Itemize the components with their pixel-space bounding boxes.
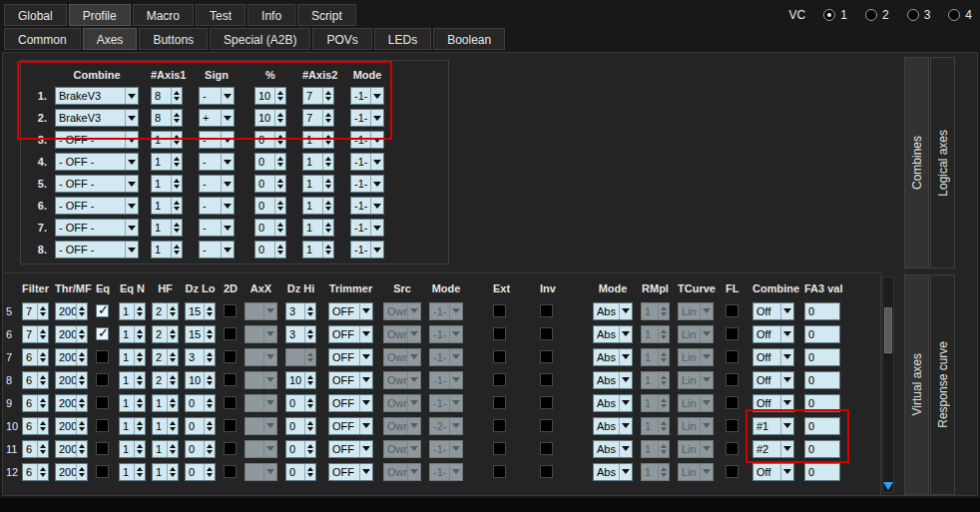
spinner-arrows-icon[interactable] xyxy=(304,395,315,411)
spinner-arrows-icon[interactable] xyxy=(37,441,48,457)
inv-checkbox[interactable] xyxy=(540,419,553,432)
thrmf-spinner[interactable]: 200 xyxy=(55,302,88,320)
spinner-arrows-icon[interactable] xyxy=(171,198,182,214)
eq-checkbox[interactable] xyxy=(96,373,109,386)
axis-mode-dropdown[interactable]: Abs xyxy=(593,394,633,412)
spinner-arrows-icon[interactable] xyxy=(171,110,182,126)
spinner-arrows-icon[interactable] xyxy=(76,326,87,342)
axis1-spinner[interactable]: 1 xyxy=(151,219,183,237)
filter-spinner[interactable]: 7 xyxy=(22,325,49,343)
tab-macro[interactable]: Macro xyxy=(133,4,194,26)
ext-checkbox[interactable] xyxy=(493,304,506,317)
dzlo-spinner[interactable]: 10 xyxy=(185,371,216,389)
axis-mode-dropdown[interactable]: Abs xyxy=(593,417,633,435)
vc-option-2[interactable]: 2 xyxy=(865,8,889,22)
tab-script[interactable]: Script xyxy=(297,4,356,26)
filter-spinner[interactable]: 7 xyxy=(22,302,49,320)
ext-checkbox[interactable] xyxy=(493,465,506,478)
combine-assign-dropdown[interactable]: #1 xyxy=(752,417,794,435)
hf-spinner[interactable]: 2 xyxy=(152,371,179,389)
ext-checkbox[interactable] xyxy=(493,442,506,455)
filter-spinner[interactable]: 6 xyxy=(22,371,49,389)
fl-checkbox[interactable] xyxy=(726,396,738,409)
hf-spinner[interactable]: 1 xyxy=(152,463,179,481)
radio-button-icon[interactable] xyxy=(823,9,835,21)
dzlo-spinner[interactable]: 0 xyxy=(185,394,216,412)
fl-checkbox[interactable] xyxy=(726,442,738,455)
inv-checkbox[interactable] xyxy=(540,442,553,455)
spinner-arrows-icon[interactable] xyxy=(304,326,315,342)
eqn-spinner[interactable]: 1 xyxy=(119,325,146,343)
dzlo-spinner[interactable]: 0 xyxy=(185,417,216,435)
trimmer-dropdown[interactable]: OFF xyxy=(328,371,373,389)
axis2-spinner[interactable]: 1 xyxy=(302,197,334,215)
percent-spinner[interactable]: 10 xyxy=(254,87,286,105)
filter-spinner[interactable]: 6 xyxy=(22,440,49,458)
radio-button-icon[interactable] xyxy=(948,9,960,21)
axis2-spinner[interactable]: 7 xyxy=(302,87,334,105)
fa3-val-field[interactable]: 0 xyxy=(804,440,840,458)
dzlo-spinner[interactable]: 15 xyxy=(185,302,216,320)
sign-dropdown[interactable]: - xyxy=(199,87,235,105)
hf-spinner[interactable]: 1 xyxy=(152,440,179,458)
tab-common[interactable]: Common xyxy=(4,28,81,50)
vc-option-1[interactable]: 1 xyxy=(823,8,847,22)
fa3-val-field[interactable]: 0 xyxy=(804,302,840,320)
spinner-arrows-icon[interactable] xyxy=(304,464,315,480)
ext-checkbox[interactable] xyxy=(493,373,506,386)
combine-mode-dropdown[interactable]: -1- xyxy=(350,175,384,193)
inv-checkbox[interactable] xyxy=(540,465,553,478)
side-tab-virtual-axes[interactable]: Virtual axes xyxy=(904,274,929,495)
spinner-arrows-icon[interactable] xyxy=(304,418,315,434)
spinner-arrows-icon[interactable] xyxy=(204,303,215,319)
combine-source-dropdown[interactable]: - OFF - xyxy=(55,197,139,215)
trimmer-dropdown[interactable]: OFF xyxy=(328,394,373,412)
vc-option-4[interactable]: 4 xyxy=(948,8,972,22)
tab-profile[interactable]: Profile xyxy=(69,4,131,26)
spinner-arrows-icon[interactable] xyxy=(204,326,215,342)
side-tab-logical-axes[interactable]: Logical axes xyxy=(930,57,955,268)
inv-checkbox[interactable] xyxy=(540,327,553,340)
percent-spinner[interactable]: 0 xyxy=(254,131,286,149)
fa3-val-field[interactable]: 0 xyxy=(804,394,840,412)
dzhi-spinner[interactable]: 0 xyxy=(285,463,316,481)
fa3-val-field[interactable]: 0 xyxy=(804,325,840,343)
spinner-arrows-icon[interactable] xyxy=(76,395,87,411)
spinner-arrows-icon[interactable] xyxy=(274,176,285,192)
combine-source-dropdown[interactable]: - OFF - xyxy=(55,153,139,171)
sign-dropdown[interactable]: - xyxy=(199,131,235,149)
spinner-arrows-icon[interactable] xyxy=(167,441,178,457)
spinner-arrows-icon[interactable] xyxy=(171,220,182,236)
percent-spinner[interactable]: 0 xyxy=(254,153,286,171)
spinner-arrows-icon[interactable] xyxy=(171,154,182,170)
spinner-arrows-icon[interactable] xyxy=(171,176,182,192)
spinner-arrows-icon[interactable] xyxy=(274,110,285,126)
spinner-arrows-icon[interactable] xyxy=(304,349,315,365)
spinner-arrows-icon[interactable] xyxy=(167,303,178,319)
percent-spinner[interactable]: 0 xyxy=(254,219,286,237)
spinner-arrows-icon[interactable] xyxy=(167,349,178,365)
hf-spinner[interactable]: 2 xyxy=(152,348,179,366)
sign-dropdown[interactable]: - xyxy=(199,153,235,171)
dzlo-spinner[interactable]: 0 xyxy=(185,440,216,458)
fl-checkbox[interactable] xyxy=(726,373,738,386)
spinner-arrows-icon[interactable] xyxy=(304,303,315,319)
hf-spinner[interactable]: 2 xyxy=(152,325,179,343)
combine-mode-dropdown[interactable]: -1- xyxy=(350,219,384,237)
vertical-scrollbar[interactable] xyxy=(882,276,894,493)
spinner-arrows-icon[interactable] xyxy=(204,395,215,411)
inv-checkbox[interactable] xyxy=(540,373,553,386)
eqn-spinner[interactable]: 1 xyxy=(119,417,146,435)
fl-checkbox[interactable] xyxy=(726,304,738,317)
filter-spinner[interactable]: 6 xyxy=(22,394,49,412)
dzhi-spinner[interactable]: 0 xyxy=(285,394,316,412)
spinner-arrows-icon[interactable] xyxy=(76,441,87,457)
spinner-arrows-icon[interactable] xyxy=(322,88,333,104)
combine-assign-dropdown[interactable]: #2 xyxy=(752,440,794,458)
spinner-arrows-icon[interactable] xyxy=(37,372,48,388)
percent-spinner[interactable]: 0 xyxy=(254,241,286,258)
combine-mode-dropdown[interactable]: -1- xyxy=(350,131,384,149)
eqn-spinner[interactable]: 1 xyxy=(119,440,146,458)
eqn-spinner[interactable]: 1 xyxy=(119,348,146,366)
hf-spinner[interactable]: 1 xyxy=(152,417,179,435)
